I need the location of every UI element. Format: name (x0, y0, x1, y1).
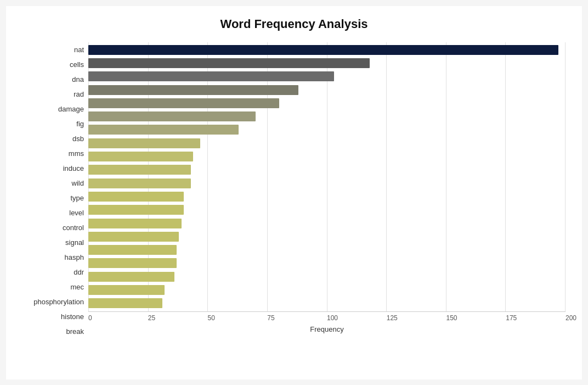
bar-row (88, 57, 566, 69)
bar (88, 272, 174, 282)
y-label: dsb (22, 131, 84, 146)
bar (88, 192, 184, 202)
bar-row (88, 70, 566, 82)
bar (88, 285, 165, 295)
bar (88, 58, 370, 68)
y-label: level (22, 205, 84, 220)
y-label: mms (22, 146, 84, 160)
bar (88, 219, 182, 228)
bar (88, 98, 279, 108)
y-label: ddr (22, 265, 84, 279)
bar-row (88, 297, 566, 309)
bar (88, 205, 184, 215)
bars-list (88, 42, 566, 311)
bar (88, 152, 193, 161)
bar (88, 85, 298, 95)
bar (88, 45, 558, 55)
bar-row (88, 191, 566, 203)
bar (88, 165, 191, 175)
x-axis-label: Frequency (88, 325, 566, 333)
y-label: signal (22, 235, 84, 249)
bar (88, 111, 256, 121)
y-label: rad (22, 87, 84, 101)
bar (88, 178, 191, 188)
bar (88, 245, 177, 255)
bar-row (88, 257, 566, 269)
bar-row (88, 217, 566, 230)
x-axis: 0255075100125150175200 Frequency (88, 311, 566, 339)
chart-area: natcellsdnaraddamagefigdsbmmsinducewildt… (22, 42, 566, 339)
y-label: control (22, 220, 84, 235)
y-label: histone (22, 309, 84, 323)
bar-row (88, 150, 566, 163)
bars-panel (88, 42, 566, 311)
bar-row (88, 44, 566, 56)
y-label: type (22, 191, 84, 205)
bar-row (88, 164, 566, 176)
y-label: mec (22, 280, 84, 294)
bar-row (88, 244, 566, 256)
bar-row (88, 177, 566, 189)
bar (88, 125, 239, 135)
bar-row (88, 84, 566, 96)
bar-row (88, 284, 566, 296)
bars-and-x: 0255075100125150175200 Frequency (88, 42, 566, 339)
y-label: induce (22, 161, 84, 175)
bar-row (88, 204, 566, 216)
y-label: wild (22, 176, 84, 190)
bar-row (88, 137, 566, 149)
y-label: damage (22, 102, 84, 116)
bar-row (88, 271, 566, 283)
chart-title: Word Frequency Analysis (22, 17, 566, 31)
y-label: hasph (22, 250, 84, 264)
bar-row (88, 124, 566, 136)
bar (88, 232, 179, 242)
y-label: fig (22, 116, 84, 131)
bar (88, 71, 334, 81)
bar (88, 298, 162, 308)
x-ticks: 0255075100125150175200 (88, 312, 566, 322)
y-label: phosphorylation (22, 294, 84, 309)
y-label: dna (22, 72, 84, 86)
y-labels: natcellsdnaraddamagefigdsbmmsinducewildt… (22, 42, 88, 339)
bar-row (88, 231, 566, 243)
bar-row (88, 97, 566, 109)
y-label: cells (22, 57, 84, 71)
y-label: break (22, 324, 84, 338)
bar (88, 258, 177, 268)
bar-row (88, 110, 566, 122)
y-label: nat (22, 42, 84, 57)
chart-container: Word Frequency Analysis natcellsdnaradda… (6, 6, 582, 380)
bar (88, 138, 200, 148)
